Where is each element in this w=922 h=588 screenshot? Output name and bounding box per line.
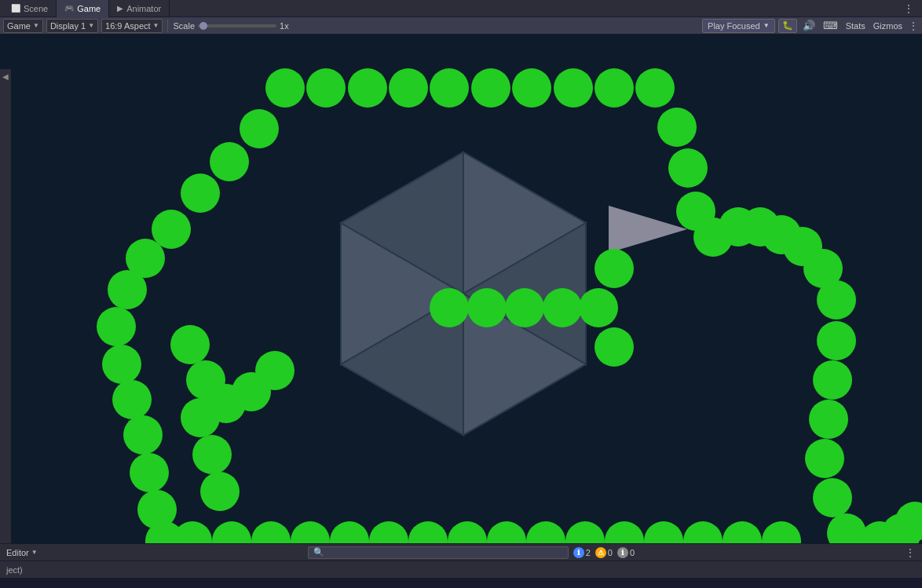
aspect-dropdown[interactable]: 16:9 Aspect ▼ [101, 19, 163, 33]
warn-icon: ⚠ [595, 547, 606, 558]
err-count: 0 [630, 548, 635, 557]
play-focused-button[interactable]: Play Focused ▼ [702, 19, 775, 33]
left-panel: ◀ [0, 69, 11, 543]
bottom-status-text: ject) [6, 565, 23, 575]
tab-game-label: Game [77, 4, 101, 13]
svg-point-61 [181, 173, 220, 213]
svg-point-21 [554, 68, 593, 108]
svg-point-82 [505, 288, 544, 327]
info-icon: ℹ [573, 547, 584, 558]
keyboard-button[interactable]: ⌨ [821, 20, 840, 31]
toolbar-more[interactable]: ⋮ [908, 20, 919, 32]
scale-control: Scale 1x [173, 21, 288, 31]
toolbar-right: 🔊 ⌨ Stats Gizmos ⋮ [800, 20, 919, 32]
search-icon: 🔍 [313, 547, 324, 557]
scene-icon: ⬜ [11, 4, 20, 13]
svg-point-23 [635, 68, 675, 108]
game-viewport: ◀ [0, 35, 922, 543]
svg-point-64 [108, 270, 147, 309]
aspect-dropdown-arrow: ▼ [153, 22, 159, 29]
svg-point-24 [657, 108, 697, 147]
svg-point-83 [543, 288, 582, 327]
display-dropdown[interactable]: Display 1 ▼ [46, 19, 98, 33]
info-count: 2 [586, 548, 591, 557]
game-dropdown-arrow: ▼ [33, 22, 39, 29]
game-dropdown-label: Game [7, 21, 31, 31]
svg-point-79 [255, 351, 295, 390]
svg-point-25 [668, 148, 708, 188]
info-group: ℹ 2 [573, 547, 591, 558]
editor-dropdown[interactable]: Editor ▼ [6, 548, 38, 557]
tab-more-button[interactable]: ⋮ [898, 2, 919, 15]
status-icons: ℹ 2 ⚠ 0 ℹ 0 [573, 547, 635, 558]
svg-point-80 [430, 288, 469, 327]
scale-slider[interactable] [198, 24, 276, 27]
display-dropdown-label: Display 1 [50, 21, 86, 31]
audio-button[interactable]: 🔊 [800, 20, 818, 31]
svg-point-75 [192, 435, 232, 474]
svg-point-67 [112, 380, 152, 419]
svg-point-69 [130, 453, 169, 492]
tab-animator-label: Animator [126, 4, 161, 13]
svg-point-36 [809, 400, 848, 439]
svg-point-76 [200, 472, 240, 511]
tab-animator[interactable]: ▶ Animator [109, 0, 170, 17]
svg-point-22 [595, 68, 634, 108]
svg-point-65 [97, 307, 136, 346]
warn-group: ⚠ 0 [595, 547, 613, 558]
svg-point-66 [102, 345, 141, 384]
tab-bar: ⬜ Scene 🎮 Game ▶ Animator ⋮ [0, 0, 922, 17]
editor-dropdown-arrow: ▼ [31, 549, 38, 556]
animator-icon: ▶ [117, 4, 123, 13]
tab-game[interactable]: 🎮 Game [57, 0, 109, 17]
toolbar: Game ▼ Display 1 ▼ 16:9 Aspect ▼ Scale 1… [0, 17, 922, 35]
svg-point-37 [805, 439, 844, 478]
editor-label: Editor [6, 548, 29, 557]
aspect-dropdown-label: 16:9 Aspect [105, 21, 151, 31]
status-bar: Editor ▼ 🔍 ℹ 2 ⚠ 0 ℹ 0 ⋮ [0, 543, 922, 561]
svg-point-86 [595, 327, 634, 367]
svg-point-81 [467, 288, 507, 327]
svg-point-59 [240, 109, 279, 148]
svg-point-33 [817, 280, 856, 320]
tab-scene[interactable]: ⬜ Scene [3, 0, 57, 17]
warn-count: 0 [608, 548, 613, 557]
svg-point-17 [389, 68, 428, 108]
tab-scene-label: Scene [24, 4, 48, 13]
status-bar-more[interactable]: ⋮ [905, 546, 916, 559]
svg-point-85 [595, 249, 634, 288]
scale-value: 1x [280, 21, 289, 31]
game-icon: 🎮 [64, 4, 74, 13]
search-input[interactable] [327, 548, 563, 557]
svg-point-16 [348, 68, 387, 108]
scale-label: Scale [173, 21, 195, 31]
status-search-box[interactable]: 🔍 [308, 546, 569, 559]
bug-button[interactable]: 🐛 [778, 19, 797, 33]
stats-button[interactable]: Stats [843, 21, 868, 31]
svg-point-19 [471, 68, 510, 108]
left-panel-arrow[interactable]: ◀ [2, 72, 9, 81]
tab-bar-right: ⋮ [898, 2, 919, 15]
play-focused-label: Play Focused [708, 21, 760, 31]
svg-point-68 [123, 415, 163, 455]
display-dropdown-arrow: ▼ [88, 22, 94, 29]
game-scene [0, 35, 922, 543]
svg-point-60 [210, 142, 249, 181]
svg-point-84 [579, 288, 618, 327]
bottom-text-bar: ject) [0, 561, 922, 578]
svg-point-18 [430, 68, 469, 108]
separator-1 [167, 20, 168, 32]
svg-point-35 [813, 360, 852, 400]
err-group: ℹ 0 [617, 547, 635, 558]
svg-point-38 [813, 478, 852, 517]
scale-slider-thumb [199, 22, 207, 30]
play-focused-arrow: ▼ [763, 22, 770, 29]
svg-point-20 [512, 68, 551, 108]
gizmos-button[interactable]: Gizmos [871, 21, 905, 31]
svg-point-14 [265, 68, 305, 108]
svg-point-34 [817, 321, 856, 360]
svg-point-72 [170, 325, 210, 364]
svg-point-15 [306, 68, 346, 108]
err-icon: ℹ [617, 547, 628, 558]
game-dropdown[interactable]: Game ▼ [3, 19, 43, 33]
